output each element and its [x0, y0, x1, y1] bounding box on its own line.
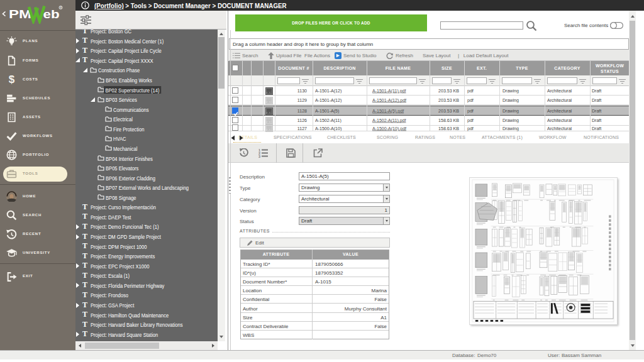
svg-text:PM: PM: [9, 8, 31, 21]
svg-text:3: 3: [258, 155, 260, 158]
svg-text:eb: eb: [43, 8, 60, 21]
svg-text:$: $: [9, 74, 15, 85]
